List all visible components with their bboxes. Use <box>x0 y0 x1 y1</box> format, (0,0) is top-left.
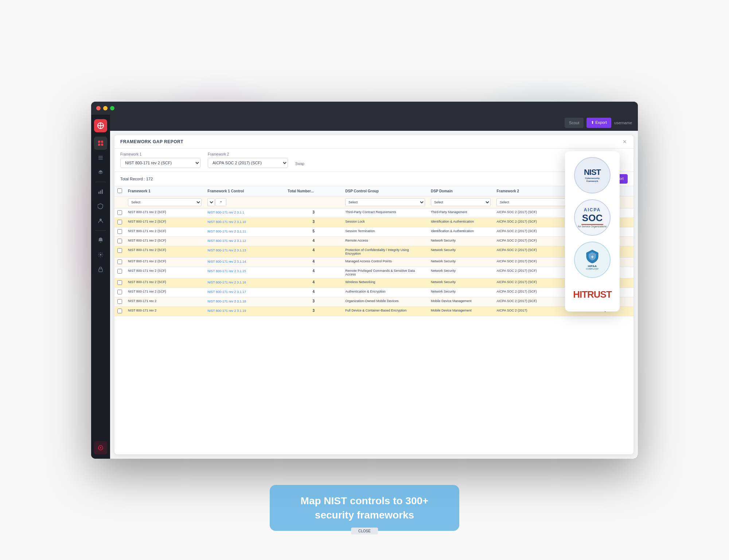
row-fw1-ctrl: NIST 800-171 rev 2 3.1.18 <box>204 297 285 306</box>
row-checkbox[interactable] <box>117 229 122 234</box>
col-framework1: Framework 1 <box>125 186 204 196</box>
row-fw1-ctrl: NIST 800-171 rev 2 3.1.16 <box>204 278 285 287</box>
data-table-container[interactable]: Framework 1 Framework 1 Control Total Nu… <box>114 186 634 454</box>
row-fw1: NIST 800-171 rev 2 (SCF) <box>125 287 204 297</box>
row-total: 4 <box>285 278 342 287</box>
row-checkbox[interactable] <box>117 280 122 285</box>
hipaa-inner: + HIPAA COMPLIANT <box>586 249 599 270</box>
bottom-banner: Map NIST controls to 300+ security frame… <box>270 485 459 531</box>
sidebar-icon-settings[interactable] <box>94 248 107 261</box>
row-checkbox[interactable] <box>117 259 122 264</box>
row-checkbox[interactable] <box>117 239 122 243</box>
sidebar-divider-1 <box>95 182 106 182</box>
filter-dsp-group-cell: Select <box>342 196 428 208</box>
app-logo[interactable] <box>94 119 107 132</box>
row-checkbox[interactable] <box>117 220 122 224</box>
export-button[interactable]: ⬆ Export <box>586 118 611 128</box>
filter-dsp-group-select[interactable]: Select <box>345 198 425 206</box>
row-checkbox[interactable] <box>117 210 122 215</box>
sidebar-icon-list[interactable] <box>94 151 107 164</box>
col-dsp-domain: DSP Domain <box>428 186 494 196</box>
row-dsp-group: Session Lock <box>342 218 428 227</box>
scout-button[interactable]: Scout <box>565 118 584 128</box>
row-fw1: NIST 800-171 rev 2 <box>125 297 204 306</box>
svg-rect-3 <box>98 141 100 143</box>
sidebar-divider-2 <box>95 230 106 231</box>
fullscreen-traffic-light[interactable] <box>110 106 114 110</box>
col-framework2: Framework 2 <box>494 186 577 196</box>
row-total: 3 <box>285 218 342 227</box>
fw1-ctrl-link[interactable]: NIST 800-171 rev 2 3.1.11 <box>207 230 246 233</box>
sidebar-icon-user[interactable] <box>94 214 107 227</box>
report-panel: FRAMEWORK GAP REPORT ✕ Framework 1 NIST … <box>114 135 634 454</box>
row-checkbox[interactable] <box>117 248 122 253</box>
row-fw1: NIST 800-171 rev 2 (SCF) <box>125 227 204 236</box>
framework1-select[interactable]: NIST 800-171 rev 2 (SCF) <box>120 158 200 168</box>
fw1-ctrl-link[interactable]: NIST 800-171 rev 2 3.1.16 <box>207 281 246 284</box>
framework-selectors: Framework 1 NIST 800-171 rev 2 (SCF) Fra… <box>114 149 634 172</box>
sidebar-icon-chart[interactable] <box>94 185 107 198</box>
row-dsp-group: Session Termination <box>342 227 428 236</box>
table-row: NIST 800-171 rev 2 (SCF)NIST 800-171 rev… <box>114 287 634 297</box>
row-checkbox-cell <box>114 278 125 287</box>
framework2-select[interactable]: AICPA SOC 2 (2017) (SCF) <box>208 158 288 168</box>
row-fw2: AICPA SOC 2 (2017) (SCF) <box>494 287 577 297</box>
sidebar-icon-dashboard[interactable] <box>94 137 107 150</box>
fw1-ctrl-link[interactable]: NIST 800-171 rev 2 3.1.17 <box>207 290 246 294</box>
row-fw2: AICPA SOC 2 (2017) <box>494 306 577 316</box>
sidebar-icon-active-indicator[interactable] <box>94 441 107 454</box>
row-total: 3 <box>285 297 342 306</box>
row-fw1-ctrl: NIST 800-171 rev 2 3.1.17 <box>204 287 285 297</box>
table-row: NIST 800-171 rev 2 (SCF)NIST 800-171 rev… <box>114 267 634 278</box>
row-checkbox[interactable] <box>117 309 122 313</box>
soc-tagline: for Service Organizations <box>578 225 607 228</box>
close-traffic-light[interactable] <box>96 106 101 110</box>
row-total: 4 <box>285 287 342 297</box>
fw1-ctrl-link[interactable]: NIST 800-171 rev 2 3.1.10 <box>207 220 246 224</box>
fw1-ctrl-link[interactable]: NIST 800-171 rev 2 3.1.12 <box>207 239 246 243</box>
row-dsp-group: Third-Party Contract Requirements <box>342 208 428 218</box>
row-total: 4 <box>285 267 342 278</box>
aicpa-inner: AICPA SOC for Service Organizations <box>578 207 607 228</box>
framework2-group: Framework 2 AICPA SOC 2 (2017) (SCF) <box>208 152 288 168</box>
row-dsp-group: Organization-Owned Mobile Devices <box>342 297 428 306</box>
sidebar-icon-lock[interactable] <box>94 263 107 276</box>
filter-fw1-select[interactable]: Select <box>128 198 202 206</box>
report-close-button[interactable]: ✕ <box>622 139 628 145</box>
fw1-ctrl-link[interactable]: NIST 800-171 rev 2 3.1.15 <box>207 269 246 273</box>
svg-point-14 <box>100 254 102 255</box>
row-fw1-ctrl: NIST 800-171 rev 2 3.1.19 <box>204 306 285 316</box>
filter-dsp-domain-select[interactable]: Select <box>431 198 491 206</box>
app-window: Scout ⬆ Export username FRAMEWORK GAP RE… <box>91 102 638 459</box>
row-checkbox[interactable] <box>117 290 122 294</box>
sidebar-icon-shield[interactable] <box>94 200 107 213</box>
fw1-ctrl-link[interactable]: NIST 800-171 rev 2 3.1.1 <box>207 211 244 214</box>
row-dsp-domain: Network Security <box>428 257 494 267</box>
fw1-ctrl-link[interactable]: NIST 800-171 rev 2 3.1.19 <box>207 309 246 313</box>
report-title: FRAMEWORK GAP REPORT <box>120 139 183 144</box>
table-row: NIST 800-171 rev 2 (SCF)NIST 800-171 rev… <box>114 208 634 218</box>
fw1-ctrl-link[interactable]: NIST 800-171 rev 2 3.1.14 <box>207 260 246 263</box>
row-fw1: NIST 800-171 rev 2 (SCF) <box>125 278 204 287</box>
svg-rect-9 <box>98 159 103 160</box>
report-title-bar: FRAMEWORK GAP REPORT ✕ <box>114 135 634 149</box>
sidebar-icon-bell[interactable] <box>94 234 107 247</box>
filter-fw1ctrl-input[interactable] <box>215 198 226 206</box>
row-fw2: AICPA SOC 2 (2017) (SCF) <box>494 297 577 306</box>
nist-text: NIST <box>584 168 601 177</box>
fw1-ctrl-link[interactable]: NIST 800-171 rev 2 3.1.18 <box>207 299 246 303</box>
sidebar-icon-layers[interactable] <box>94 166 107 179</box>
row-fw2: AICPA SOC 2 (2017) (SCF) <box>494 278 577 287</box>
minimize-traffic-light[interactable] <box>103 106 108 110</box>
fw1-ctrl-link[interactable]: NIST 800-171 rev 2 3.1.13 <box>207 248 246 252</box>
filter-row: Select = <box>114 196 634 208</box>
row-checkbox[interactable] <box>117 299 122 304</box>
filter-fw1ctrl-op[interactable]: = <box>207 198 215 206</box>
close-overlay-button[interactable]: CLOSE <box>351 528 378 534</box>
row-checkbox-cell <box>114 306 125 316</box>
row-fw1: NIST 800-171 rev 2 <box>125 306 204 316</box>
hipaa-shield-icon: + <box>586 249 599 264</box>
filter-fw2-select[interactable]: Select <box>496 198 574 206</box>
row-checkbox[interactable] <box>117 269 122 274</box>
select-all-checkbox[interactable] <box>117 188 122 193</box>
